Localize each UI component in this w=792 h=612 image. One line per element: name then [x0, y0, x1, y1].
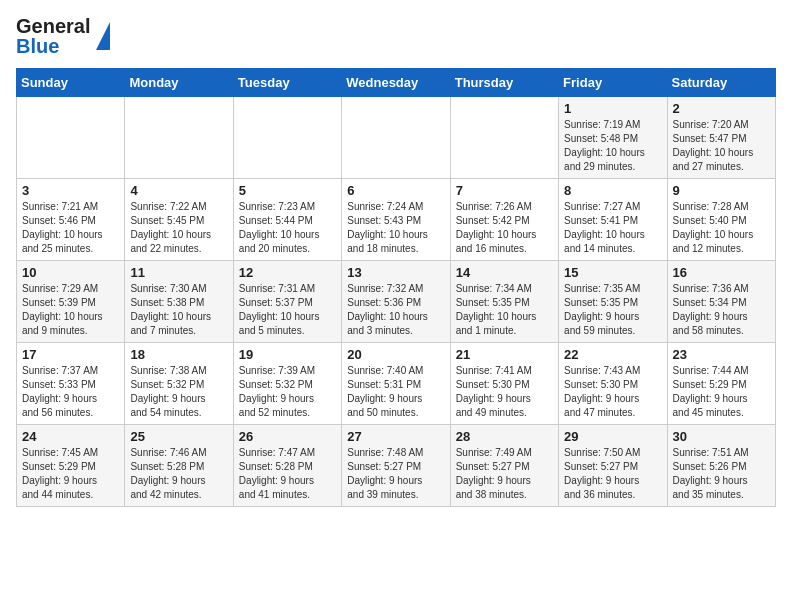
day-number: 20 [347, 347, 444, 362]
calendar-table: SundayMondayTuesdayWednesdayThursdayFrid… [16, 68, 776, 507]
day-number: 13 [347, 265, 444, 280]
day-info: Sunrise: 7:30 AM Sunset: 5:38 PM Dayligh… [130, 282, 227, 338]
day-number: 4 [130, 183, 227, 198]
day-info: Sunrise: 7:39 AM Sunset: 5:32 PM Dayligh… [239, 364, 336, 420]
day-cell [450, 97, 558, 179]
day-number: 9 [673, 183, 770, 198]
day-cell [233, 97, 341, 179]
day-info: Sunrise: 7:48 AM Sunset: 5:27 PM Dayligh… [347, 446, 444, 502]
col-header-wednesday: Wednesday [342, 69, 450, 97]
week-row-2: 3Sunrise: 7:21 AM Sunset: 5:46 PM Daylig… [17, 179, 776, 261]
day-cell: 24Sunrise: 7:45 AM Sunset: 5:29 PM Dayli… [17, 425, 125, 507]
day-info: Sunrise: 7:27 AM Sunset: 5:41 PM Dayligh… [564, 200, 661, 256]
col-header-thursday: Thursday [450, 69, 558, 97]
day-number: 25 [130, 429, 227, 444]
day-cell: 20Sunrise: 7:40 AM Sunset: 5:31 PM Dayli… [342, 343, 450, 425]
day-number: 17 [22, 347, 119, 362]
day-number: 28 [456, 429, 553, 444]
day-cell: 26Sunrise: 7:47 AM Sunset: 5:28 PM Dayli… [233, 425, 341, 507]
day-info: Sunrise: 7:31 AM Sunset: 5:37 PM Dayligh… [239, 282, 336, 338]
day-info: Sunrise: 7:24 AM Sunset: 5:43 PM Dayligh… [347, 200, 444, 256]
logo-blue-text: Blue [16, 36, 90, 56]
day-number: 16 [673, 265, 770, 280]
day-cell: 17Sunrise: 7:37 AM Sunset: 5:33 PM Dayli… [17, 343, 125, 425]
day-info: Sunrise: 7:38 AM Sunset: 5:32 PM Dayligh… [130, 364, 227, 420]
day-cell: 28Sunrise: 7:49 AM Sunset: 5:27 PM Dayli… [450, 425, 558, 507]
day-info: Sunrise: 7:23 AM Sunset: 5:44 PM Dayligh… [239, 200, 336, 256]
day-cell: 8Sunrise: 7:27 AM Sunset: 5:41 PM Daylig… [559, 179, 667, 261]
day-cell: 18Sunrise: 7:38 AM Sunset: 5:32 PM Dayli… [125, 343, 233, 425]
day-number: 8 [564, 183, 661, 198]
day-info: Sunrise: 7:20 AM Sunset: 5:47 PM Dayligh… [673, 118, 770, 174]
col-header-sunday: Sunday [17, 69, 125, 97]
day-number: 22 [564, 347, 661, 362]
day-info: Sunrise: 7:40 AM Sunset: 5:31 PM Dayligh… [347, 364, 444, 420]
day-number: 10 [22, 265, 119, 280]
day-cell: 15Sunrise: 7:35 AM Sunset: 5:35 PM Dayli… [559, 261, 667, 343]
day-cell [125, 97, 233, 179]
col-header-tuesday: Tuesday [233, 69, 341, 97]
header: General Blue [16, 16, 776, 56]
day-cell: 22Sunrise: 7:43 AM Sunset: 5:30 PM Dayli… [559, 343, 667, 425]
day-cell: 25Sunrise: 7:46 AM Sunset: 5:28 PM Dayli… [125, 425, 233, 507]
week-row-5: 24Sunrise: 7:45 AM Sunset: 5:29 PM Dayli… [17, 425, 776, 507]
day-info: Sunrise: 7:26 AM Sunset: 5:42 PM Dayligh… [456, 200, 553, 256]
day-info: Sunrise: 7:50 AM Sunset: 5:27 PM Dayligh… [564, 446, 661, 502]
day-number: 6 [347, 183, 444, 198]
day-cell: 16Sunrise: 7:36 AM Sunset: 5:34 PM Dayli… [667, 261, 775, 343]
day-number: 11 [130, 265, 227, 280]
logo: General Blue [16, 16, 110, 56]
day-info: Sunrise: 7:28 AM Sunset: 5:40 PM Dayligh… [673, 200, 770, 256]
day-number: 23 [673, 347, 770, 362]
day-number: 29 [564, 429, 661, 444]
day-number: 14 [456, 265, 553, 280]
day-cell: 13Sunrise: 7:32 AM Sunset: 5:36 PM Dayli… [342, 261, 450, 343]
day-info: Sunrise: 7:32 AM Sunset: 5:36 PM Dayligh… [347, 282, 444, 338]
logo-general-text: General [16, 16, 90, 36]
week-row-3: 10Sunrise: 7:29 AM Sunset: 5:39 PM Dayli… [17, 261, 776, 343]
day-cell [342, 97, 450, 179]
day-info: Sunrise: 7:44 AM Sunset: 5:29 PM Dayligh… [673, 364, 770, 420]
day-info: Sunrise: 7:19 AM Sunset: 5:48 PM Dayligh… [564, 118, 661, 174]
day-info: Sunrise: 7:34 AM Sunset: 5:35 PM Dayligh… [456, 282, 553, 338]
day-cell: 5Sunrise: 7:23 AM Sunset: 5:44 PM Daylig… [233, 179, 341, 261]
day-number: 5 [239, 183, 336, 198]
day-cell: 27Sunrise: 7:48 AM Sunset: 5:27 PM Dayli… [342, 425, 450, 507]
day-info: Sunrise: 7:29 AM Sunset: 5:39 PM Dayligh… [22, 282, 119, 338]
col-header-friday: Friday [559, 69, 667, 97]
day-number: 21 [456, 347, 553, 362]
day-cell: 11Sunrise: 7:30 AM Sunset: 5:38 PM Dayli… [125, 261, 233, 343]
day-info: Sunrise: 7:49 AM Sunset: 5:27 PM Dayligh… [456, 446, 553, 502]
col-header-monday: Monday [125, 69, 233, 97]
day-cell: 30Sunrise: 7:51 AM Sunset: 5:26 PM Dayli… [667, 425, 775, 507]
header-row: SundayMondayTuesdayWednesdayThursdayFrid… [17, 69, 776, 97]
day-number: 24 [22, 429, 119, 444]
week-row-1: 1Sunrise: 7:19 AM Sunset: 5:48 PM Daylig… [17, 97, 776, 179]
day-cell: 4Sunrise: 7:22 AM Sunset: 5:45 PM Daylig… [125, 179, 233, 261]
day-info: Sunrise: 7:22 AM Sunset: 5:45 PM Dayligh… [130, 200, 227, 256]
day-number: 15 [564, 265, 661, 280]
day-number: 1 [564, 101, 661, 116]
logo-triangle-icon [96, 22, 110, 50]
day-cell: 10Sunrise: 7:29 AM Sunset: 5:39 PM Dayli… [17, 261, 125, 343]
day-info: Sunrise: 7:35 AM Sunset: 5:35 PM Dayligh… [564, 282, 661, 338]
day-info: Sunrise: 7:46 AM Sunset: 5:28 PM Dayligh… [130, 446, 227, 502]
day-cell: 23Sunrise: 7:44 AM Sunset: 5:29 PM Dayli… [667, 343, 775, 425]
day-cell: 6Sunrise: 7:24 AM Sunset: 5:43 PM Daylig… [342, 179, 450, 261]
day-number: 12 [239, 265, 336, 280]
day-info: Sunrise: 7:43 AM Sunset: 5:30 PM Dayligh… [564, 364, 661, 420]
col-header-saturday: Saturday [667, 69, 775, 97]
day-number: 27 [347, 429, 444, 444]
day-info: Sunrise: 7:37 AM Sunset: 5:33 PM Dayligh… [22, 364, 119, 420]
day-cell [17, 97, 125, 179]
day-number: 2 [673, 101, 770, 116]
day-info: Sunrise: 7:51 AM Sunset: 5:26 PM Dayligh… [673, 446, 770, 502]
day-cell: 9Sunrise: 7:28 AM Sunset: 5:40 PM Daylig… [667, 179, 775, 261]
day-info: Sunrise: 7:41 AM Sunset: 5:30 PM Dayligh… [456, 364, 553, 420]
day-number: 30 [673, 429, 770, 444]
day-number: 3 [22, 183, 119, 198]
day-info: Sunrise: 7:36 AM Sunset: 5:34 PM Dayligh… [673, 282, 770, 338]
day-number: 19 [239, 347, 336, 362]
day-cell: 1Sunrise: 7:19 AM Sunset: 5:48 PM Daylig… [559, 97, 667, 179]
day-number: 26 [239, 429, 336, 444]
